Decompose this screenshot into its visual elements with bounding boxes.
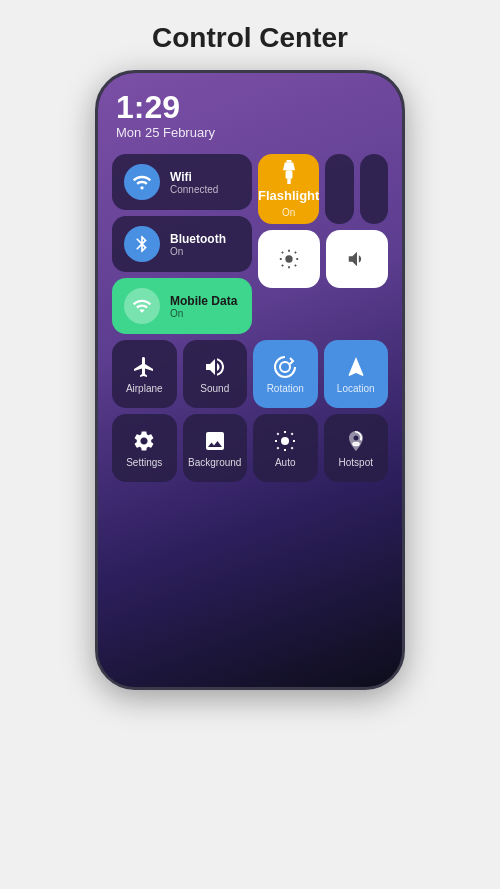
phone-frame: 1:29 Mon 25 February xyxy=(95,70,405,690)
hotspot-label: Hotspot xyxy=(339,457,373,468)
airplane-tile[interactable]: Airplane xyxy=(112,340,177,408)
sound-tile[interactable]: Sound xyxy=(183,340,248,408)
brightness-tile[interactable] xyxy=(258,230,320,288)
main-row: Wifi Connected Bluetooth xyxy=(112,154,388,334)
wifi-icon-circle xyxy=(124,164,160,200)
svg-rect-2 xyxy=(285,170,292,179)
top-right-row: Flashlight On xyxy=(258,154,388,224)
background-label: Background xyxy=(188,457,241,468)
middle-right-row xyxy=(258,230,388,288)
svg-point-5 xyxy=(281,437,289,445)
background-tile[interactable]: Background xyxy=(183,414,248,482)
wifi-name: Wifi xyxy=(170,170,218,184)
hotspot-tile[interactable]: Hotspot xyxy=(324,414,389,482)
svg-point-3 xyxy=(285,255,292,262)
clock: 1:29 xyxy=(116,91,215,123)
settings-label: Settings xyxy=(126,457,162,468)
flashlight-tile[interactable]: Flashlight On xyxy=(258,154,319,224)
bluetooth-icon-circle xyxy=(124,226,160,262)
svg-rect-1 xyxy=(286,160,291,163)
right-column: Flashlight On xyxy=(258,154,388,334)
svg-point-4 xyxy=(280,362,290,372)
location-label: Location xyxy=(337,383,375,394)
page-title: Control Center xyxy=(152,22,348,54)
rotation-label: Rotation xyxy=(267,383,304,394)
control-grid: Wifi Connected Bluetooth xyxy=(112,154,388,675)
left-panel: Wifi Connected Bluetooth xyxy=(112,154,252,334)
auto-label: Auto xyxy=(275,457,296,468)
flashlight-status: On xyxy=(282,207,295,218)
svg-point-0 xyxy=(140,186,143,189)
bluetooth-status: On xyxy=(170,246,226,257)
auto-tile[interactable]: Auto xyxy=(253,414,318,482)
mobile-data-labels: Mobile Data On xyxy=(170,294,237,319)
status-bar: 1:29 Mon 25 February xyxy=(112,91,388,140)
flashlight-name: Flashlight xyxy=(258,188,319,203)
volume-tile[interactable] xyxy=(326,230,388,288)
mobile-icon-circle xyxy=(124,288,160,324)
mobile-data-status: On xyxy=(170,308,237,319)
location-tile[interactable]: Location xyxy=(324,340,389,408)
bluetooth-name: Bluetooth xyxy=(170,232,226,246)
mobile-data-name: Mobile Data xyxy=(170,294,237,308)
phone-background: 1:29 Mon 25 February xyxy=(98,73,402,687)
small-tile-2[interactable] xyxy=(360,154,388,224)
wifi-labels: Wifi Connected xyxy=(170,170,218,195)
wifi-tile[interactable]: Wifi Connected xyxy=(112,154,252,210)
date: Mon 25 February xyxy=(116,125,215,140)
airplane-label: Airplane xyxy=(126,383,163,394)
rotation-tile[interactable]: Rotation xyxy=(253,340,318,408)
bluetooth-labels: Bluetooth On xyxy=(170,232,226,257)
sound-label: Sound xyxy=(200,383,229,394)
bottom-row-1: Airplane Sound xyxy=(112,340,388,408)
bluetooth-tile[interactable]: Bluetooth On xyxy=(112,216,252,272)
bottom-row-2: Settings Background Auto xyxy=(112,414,388,482)
wifi-status: Connected xyxy=(170,184,218,195)
settings-tile[interactable]: Settings xyxy=(112,414,177,482)
small-tile-1[interactable] xyxy=(325,154,353,224)
mobile-data-tile[interactable]: Mobile Data On xyxy=(112,278,252,334)
